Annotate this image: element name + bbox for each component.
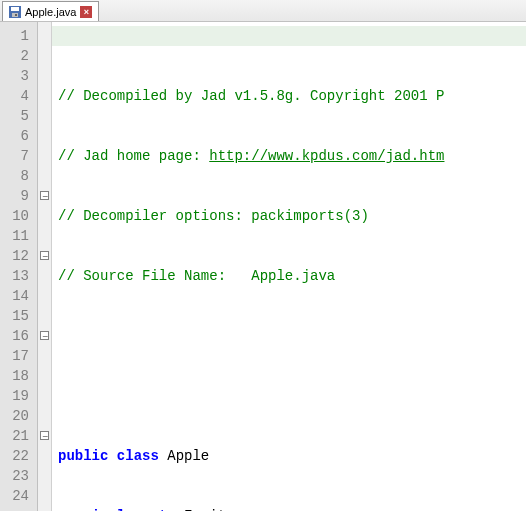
line-number: 12 (4, 246, 29, 266)
tab-filename: Apple.java (25, 6, 76, 18)
fold-toggle-icon[interactable] (40, 191, 49, 200)
code-area[interactable]: // Decompiled by Jad v1.5.8g. Copyright … (52, 22, 526, 511)
line-number: 6 (4, 126, 29, 146)
line-number: 23 (4, 466, 29, 486)
line-number: 9 (4, 186, 29, 206)
url-link[interactable]: http://www.kpdus.com/jad.htm (209, 148, 444, 164)
line-number-gutter: 1 2 3 4 5 6 7 8 9 10 11 12 13 14 15 16 1… (0, 22, 38, 511)
line-number: 18 (4, 366, 29, 386)
line-number: 19 (4, 386, 29, 406)
close-icon[interactable]: × (80, 6, 92, 18)
line-number: 4 (4, 86, 29, 106)
disk-icon (9, 6, 21, 18)
keyword: public (58, 448, 108, 464)
svg-rect-1 (11, 7, 19, 11)
code-editor[interactable]: 1 2 3 4 5 6 7 8 9 10 11 12 13 14 15 16 1… (0, 22, 526, 511)
line-number: 11 (4, 226, 29, 246)
fold-gutter (38, 22, 52, 511)
comment: // Source File Name: Apple.java (58, 268, 335, 284)
line-number: 3 (4, 66, 29, 86)
svg-rect-3 (15, 14, 17, 16)
tab-bar: Apple.java × (0, 0, 526, 22)
line-number: 16 (4, 326, 29, 346)
line-number: 7 (4, 146, 29, 166)
line-number: 5 (4, 106, 29, 126)
line-number: 2 (4, 46, 29, 66)
fold-toggle-icon[interactable] (40, 251, 49, 260)
line-number: 17 (4, 346, 29, 366)
line-number: 20 (4, 406, 29, 426)
fold-toggle-icon[interactable] (40, 331, 49, 340)
comment: // Decompiler options: packimports(3) (58, 208, 377, 224)
fold-toggle-icon[interactable] (40, 431, 49, 440)
line-number: 14 (4, 286, 29, 306)
comment: // Decompiled by Jad v1.5.8g. Copyright … (58, 88, 444, 104)
line-number: 1 (4, 26, 29, 46)
line-number: 24 (4, 486, 29, 506)
line-number: 15 (4, 306, 29, 326)
keyword: class (117, 448, 159, 464)
line-number: 8 (4, 166, 29, 186)
line-number: 22 (4, 446, 29, 466)
file-tab[interactable]: Apple.java × (2, 1, 99, 21)
line-number: 21 (4, 426, 29, 446)
current-line-highlight (52, 26, 526, 46)
class-name: Apple (167, 448, 209, 464)
comment: // Jad home page: (58, 148, 209, 164)
line-number: 13 (4, 266, 29, 286)
line-number: 10 (4, 206, 29, 226)
